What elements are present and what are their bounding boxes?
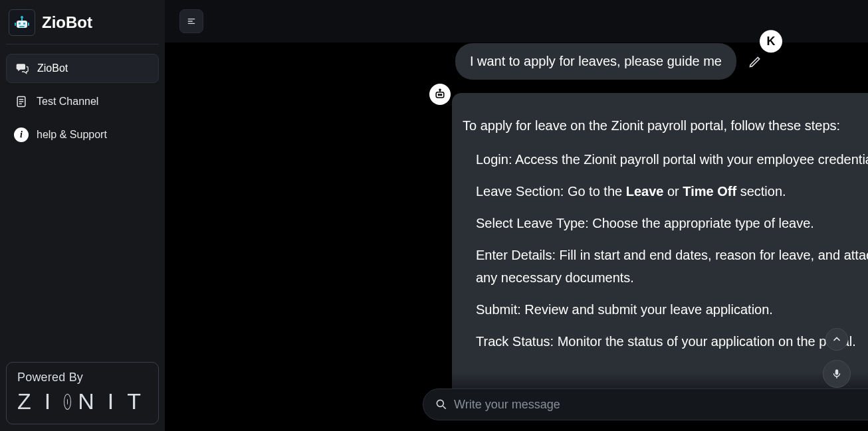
bot-response-heading: To apply for leave on the Zionit payroll…: [463, 118, 868, 133]
sidebar-item-test-channel[interactable]: Test Channel: [6, 87, 159, 116]
svg-point-20: [437, 400, 443, 406]
step-item: Enter Details: Fill in start and end dat…: [476, 244, 868, 289]
svg-point-0: [21, 16, 23, 19]
chat-bubbles-icon: [15, 61, 29, 76]
search-icon: [434, 397, 449, 412]
user-avatar: K: [760, 30, 782, 52]
user-message-bubble: I want to apply for leaves, please guide…: [455, 43, 736, 80]
step-item: Submit: Review and submit your leave app…: [476, 298, 868, 321]
main: K I want to apply for leaves, please gui…: [165, 0, 868, 431]
scroll-up-button[interactable]: [825, 328, 848, 351]
svg-rect-24: [835, 369, 839, 375]
menu-toggle-button[interactable]: [179, 9, 203, 33]
svg-rect-6: [15, 23, 16, 26]
powered-by-card: Powered By ZINIT: [6, 362, 159, 424]
edit-message-button[interactable]: [747, 54, 763, 70]
message-composer: [423, 388, 868, 420]
sidebar-item-help-support[interactable]: i help & Support: [6, 120, 159, 149]
voice-record-button[interactable]: [823, 360, 851, 388]
step-item: Leave Section: Go to the Leave or Time O…: [476, 180, 868, 203]
step-item: Select Leave Type: Choose the appropriat…: [476, 212, 868, 234]
sidebar-item-label: Test Channel: [37, 96, 98, 108]
svg-line-21: [443, 406, 446, 409]
svg-point-19: [441, 94, 442, 96]
svg-point-18: [438, 94, 439, 96]
powered-by-company: ZINIT: [17, 388, 148, 414]
brand-name: ZioBot: [42, 13, 92, 32]
powered-by-label: Powered By: [17, 371, 148, 385]
brand-logo-icon: [9, 9, 35, 36]
svg-point-15: [439, 89, 441, 90]
brand: ZioBot: [6, 7, 159, 44]
sidebar-item-ziobot[interactable]: ZioBot: [6, 54, 159, 83]
bot-response-steps: Login: Access the Zionit payroll portal …: [463, 148, 868, 353]
user-message-row: I want to apply for leaves, please guide…: [455, 43, 763, 80]
svg-rect-4: [23, 23, 25, 25]
message-input[interactable]: [454, 398, 868, 412]
document-lines-icon: [14, 94, 29, 109]
bot-avatar: [429, 84, 451, 105]
sidebar: ZioBot ZioBot Test Channel i help & Supp…: [0, 0, 165, 431]
bot-response-card: To apply for leave on the Zionit payroll…: [452, 93, 868, 398]
sidebar-item-label: ZioBot: [37, 62, 68, 74]
chat-area: K I want to apply for leaves, please gui…: [165, 43, 868, 431]
sidebar-item-label: help & Support: [37, 129, 107, 141]
svg-rect-3: [19, 23, 21, 25]
svg-rect-1: [21, 19, 23, 21]
info-icon: i: [14, 128, 29, 142]
globe-dots-icon: [64, 394, 71, 410]
step-item: Track Status: Monitor the status of your…: [476, 330, 868, 353]
svg-rect-5: [19, 26, 25, 27]
svg-rect-7: [28, 23, 29, 26]
step-item: Login: Access the Zionit payroll portal …: [476, 148, 868, 171]
floating-actions: [823, 328, 851, 388]
